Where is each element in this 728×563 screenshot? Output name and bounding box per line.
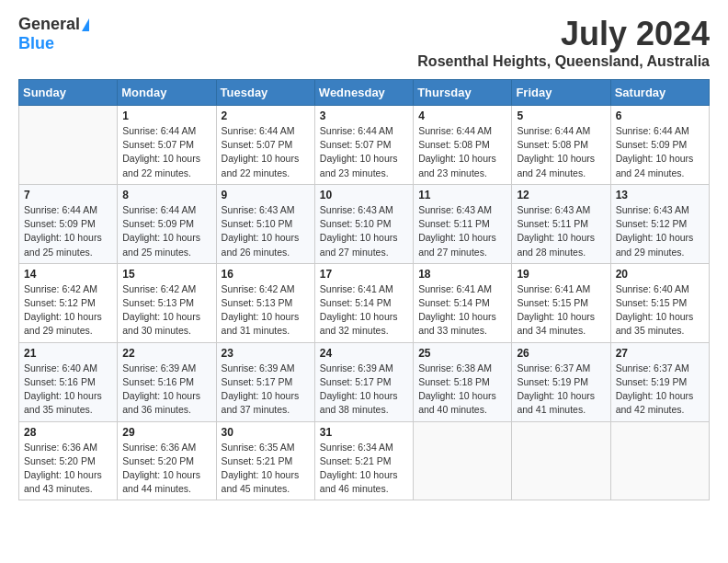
table-row: 31Sunrise: 6:34 AM Sunset: 5:21 PM Dayli…	[314, 421, 413, 500]
day-info: Sunrise: 6:44 AM Sunset: 5:09 PM Dayligh…	[122, 203, 210, 259]
day-info: Sunrise: 6:41 AM Sunset: 5:14 PM Dayligh…	[418, 282, 506, 339]
day-number: 22	[122, 347, 210, 360]
calendar-week-2: 7Sunrise: 6:44 AM Sunset: 5:09 PM Daylig…	[19, 184, 710, 263]
page-header: General Blue July 2024 Rosenthal Heights…	[18, 15, 710, 70]
table-row: 9Sunrise: 6:43 AM Sunset: 5:10 PM Daylig…	[216, 184, 314, 263]
table-row: 2Sunrise: 6:44 AM Sunset: 5:07 PM Daylig…	[216, 106, 314, 185]
day-number: 11	[418, 189, 506, 201]
calendar-week-5: 28Sunrise: 6:36 AM Sunset: 5:20 PM Dayli…	[19, 421, 710, 500]
col-sunday: Sunday	[19, 80, 118, 106]
table-row: 3Sunrise: 6:44 AM Sunset: 5:07 PM Daylig…	[314, 106, 413, 185]
calendar-header-row: Sunday Monday Tuesday Wednesday Thursday…	[19, 80, 710, 106]
table-row: 13Sunrise: 6:43 AM Sunset: 5:12 PM Dayli…	[610, 184, 709, 263]
day-info: Sunrise: 6:40 AM Sunset: 5:15 PM Dayligh…	[616, 282, 704, 339]
day-number: 18	[418, 268, 506, 281]
day-number: 6	[616, 109, 704, 122]
day-info: Sunrise: 6:44 AM Sunset: 5:09 PM Dayligh…	[616, 124, 704, 180]
day-number: 24	[320, 347, 408, 360]
day-number: 27	[616, 347, 704, 360]
location-title: Rosenthal Heights, Queensland, Australia	[417, 53, 710, 70]
day-info: Sunrise: 6:43 AM Sunset: 5:11 PM Dayligh…	[418, 203, 506, 259]
table-row: 8Sunrise: 6:44 AM Sunset: 5:09 PM Daylig…	[118, 184, 216, 263]
logo-blue-text: Blue	[18, 34, 54, 53]
day-info: Sunrise: 6:42 AM Sunset: 5:12 PM Dayligh…	[24, 282, 112, 339]
day-info: Sunrise: 6:39 AM Sunset: 5:17 PM Dayligh…	[222, 362, 310, 418]
table-row: 16Sunrise: 6:42 AM Sunset: 5:13 PM Dayli…	[216, 263, 314, 342]
day-info: Sunrise: 6:42 AM Sunset: 5:13 PM Dayligh…	[122, 282, 210, 339]
table-row: 20Sunrise: 6:40 AM Sunset: 5:15 PM Dayli…	[610, 263, 709, 342]
day-info: Sunrise: 6:44 AM Sunset: 5:07 PM Dayligh…	[122, 124, 210, 180]
logo-general-text: General	[18, 15, 80, 34]
col-monday: Monday	[118, 80, 216, 106]
calendar-week-3: 14Sunrise: 6:42 AM Sunset: 5:12 PM Dayli…	[19, 263, 710, 342]
day-number: 2	[222, 109, 310, 122]
table-row: 19Sunrise: 6:41 AM Sunset: 5:15 PM Dayli…	[512, 263, 610, 342]
table-row: 23Sunrise: 6:39 AM Sunset: 5:17 PM Dayli…	[216, 342, 314, 421]
table-row: 25Sunrise: 6:38 AM Sunset: 5:18 PM Dayli…	[414, 342, 512, 421]
table-row	[610, 421, 709, 500]
table-row: 22Sunrise: 6:39 AM Sunset: 5:16 PM Dayli…	[118, 342, 216, 421]
table-row: 21Sunrise: 6:40 AM Sunset: 5:16 PM Dayli…	[19, 342, 118, 421]
table-row: 24Sunrise: 6:39 AM Sunset: 5:17 PM Dayli…	[314, 342, 413, 421]
day-info: Sunrise: 6:38 AM Sunset: 5:18 PM Dayligh…	[418, 362, 506, 418]
day-info: Sunrise: 6:43 AM Sunset: 5:11 PM Dayligh…	[517, 203, 605, 259]
day-number: 14	[24, 268, 112, 281]
month-title: July 2024	[417, 15, 710, 53]
day-number: 19	[517, 268, 605, 281]
col-thursday: Thursday	[414, 80, 512, 106]
table-row: 27Sunrise: 6:37 AM Sunset: 5:19 PM Dayli…	[610, 342, 709, 421]
day-number: 5	[517, 109, 605, 122]
day-number: 28	[24, 426, 112, 439]
day-number: 17	[320, 268, 408, 281]
day-number: 30	[222, 426, 310, 439]
title-section: July 2024 Rosenthal Heights, Queensland,…	[417, 15, 710, 70]
day-number: 20	[616, 268, 704, 281]
day-number: 25	[418, 347, 506, 360]
col-saturday: Saturday	[610, 80, 709, 106]
table-row: 29Sunrise: 6:36 AM Sunset: 5:20 PM Dayli…	[118, 421, 216, 500]
day-info: Sunrise: 6:36 AM Sunset: 5:20 PM Dayligh…	[24, 441, 112, 497]
day-info: Sunrise: 6:44 AM Sunset: 5:08 PM Dayligh…	[517, 124, 605, 180]
table-row	[414, 421, 512, 500]
table-row: 18Sunrise: 6:41 AM Sunset: 5:14 PM Dayli…	[414, 263, 512, 342]
day-number: 16	[222, 268, 310, 281]
table-row: 17Sunrise: 6:41 AM Sunset: 5:14 PM Dayli…	[314, 263, 413, 342]
table-row: 28Sunrise: 6:36 AM Sunset: 5:20 PM Dayli…	[19, 421, 118, 500]
day-info: Sunrise: 6:39 AM Sunset: 5:16 PM Dayligh…	[122, 362, 210, 418]
day-info: Sunrise: 6:44 AM Sunset: 5:07 PM Dayligh…	[320, 124, 408, 180]
col-wednesday: Wednesday	[314, 80, 413, 106]
table-row	[19, 106, 118, 185]
table-row: 7Sunrise: 6:44 AM Sunset: 5:09 PM Daylig…	[19, 184, 118, 263]
day-info: Sunrise: 6:34 AM Sunset: 5:21 PM Dayligh…	[320, 441, 408, 497]
day-number: 13	[616, 189, 704, 201]
day-number: 4	[418, 109, 506, 122]
day-info: Sunrise: 6:44 AM Sunset: 5:09 PM Dayligh…	[24, 203, 112, 259]
day-info: Sunrise: 6:35 AM Sunset: 5:21 PM Dayligh…	[222, 441, 310, 497]
calendar-week-4: 21Sunrise: 6:40 AM Sunset: 5:16 PM Dayli…	[19, 342, 710, 421]
table-row: 1Sunrise: 6:44 AM Sunset: 5:07 PM Daylig…	[118, 106, 216, 185]
day-info: Sunrise: 6:42 AM Sunset: 5:13 PM Dayligh…	[222, 282, 310, 339]
day-number: 7	[24, 189, 112, 201]
day-number: 10	[320, 189, 408, 201]
day-number: 12	[517, 189, 605, 201]
table-row: 4Sunrise: 6:44 AM Sunset: 5:08 PM Daylig…	[414, 106, 512, 185]
day-info: Sunrise: 6:37 AM Sunset: 5:19 PM Dayligh…	[616, 362, 704, 418]
logo-arrow-icon	[82, 18, 89, 31]
col-tuesday: Tuesday	[216, 80, 314, 106]
day-info: Sunrise: 6:43 AM Sunset: 5:10 PM Dayligh…	[222, 203, 310, 259]
day-info: Sunrise: 6:43 AM Sunset: 5:12 PM Dayligh…	[616, 203, 704, 259]
table-row: 11Sunrise: 6:43 AM Sunset: 5:11 PM Dayli…	[414, 184, 512, 263]
table-row: 14Sunrise: 6:42 AM Sunset: 5:12 PM Dayli…	[19, 263, 118, 342]
day-number: 29	[122, 426, 210, 439]
day-info: Sunrise: 6:36 AM Sunset: 5:20 PM Dayligh…	[122, 441, 210, 497]
table-row: 26Sunrise: 6:37 AM Sunset: 5:19 PM Dayli…	[512, 342, 610, 421]
col-friday: Friday	[512, 80, 610, 106]
calendar-week-1: 1Sunrise: 6:44 AM Sunset: 5:07 PM Daylig…	[19, 106, 710, 185]
table-row	[512, 421, 610, 500]
day-number: 21	[24, 347, 112, 360]
day-number: 23	[222, 347, 310, 360]
table-row: 30Sunrise: 6:35 AM Sunset: 5:21 PM Dayli…	[216, 421, 314, 500]
table-row: 5Sunrise: 6:44 AM Sunset: 5:08 PM Daylig…	[512, 106, 610, 185]
day-number: 9	[222, 189, 310, 201]
day-number: 31	[320, 426, 408, 439]
